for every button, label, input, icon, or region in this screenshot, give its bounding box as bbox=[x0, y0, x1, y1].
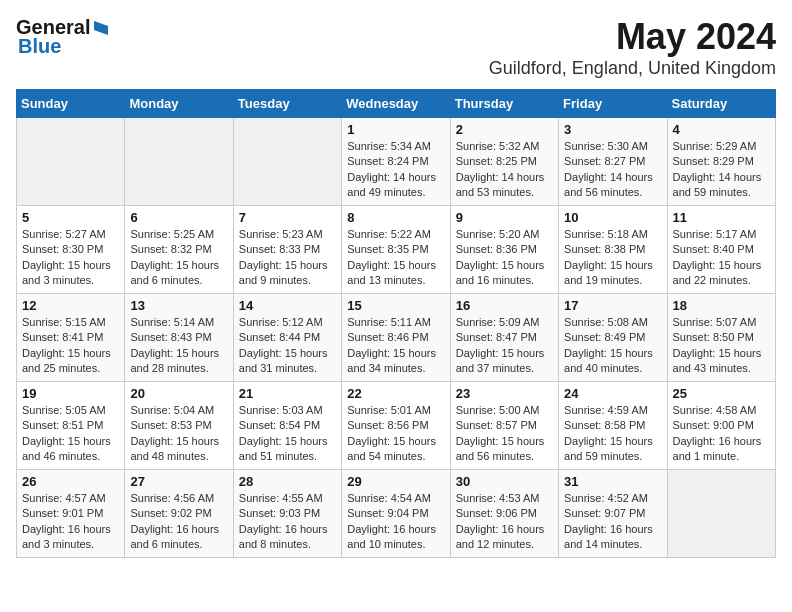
calendar-cell: 7Sunrise: 5:23 AMSunset: 8:33 PMDaylight… bbox=[233, 206, 341, 294]
day-number: 3 bbox=[564, 122, 661, 137]
day-number: 22 bbox=[347, 386, 444, 401]
day-number: 20 bbox=[130, 386, 227, 401]
day-info: Sunrise: 5:14 AMSunset: 8:43 PMDaylight:… bbox=[130, 315, 227, 377]
day-number: 27 bbox=[130, 474, 227, 489]
calendar-cell: 14Sunrise: 5:12 AMSunset: 8:44 PMDayligh… bbox=[233, 294, 341, 382]
day-number: 12 bbox=[22, 298, 119, 313]
day-number: 9 bbox=[456, 210, 553, 225]
header-tuesday: Tuesday bbox=[233, 90, 341, 118]
calendar-cell: 22Sunrise: 5:01 AMSunset: 8:56 PMDayligh… bbox=[342, 382, 450, 470]
day-info: Sunrise: 5:22 AMSunset: 8:35 PMDaylight:… bbox=[347, 227, 444, 289]
day-info: Sunrise: 5:07 AMSunset: 8:50 PMDaylight:… bbox=[673, 315, 770, 377]
day-number: 1 bbox=[347, 122, 444, 137]
day-info: Sunrise: 5:18 AMSunset: 8:38 PMDaylight:… bbox=[564, 227, 661, 289]
day-number: 19 bbox=[22, 386, 119, 401]
svg-marker-0 bbox=[94, 21, 108, 35]
week-row-1: 5Sunrise: 5:27 AMSunset: 8:30 PMDaylight… bbox=[17, 206, 776, 294]
day-info: Sunrise: 4:59 AMSunset: 8:58 PMDaylight:… bbox=[564, 403, 661, 465]
calendar-cell: 4Sunrise: 5:29 AMSunset: 8:29 PMDaylight… bbox=[667, 118, 775, 206]
day-number: 6 bbox=[130, 210, 227, 225]
day-number: 16 bbox=[456, 298, 553, 313]
calendar-cell: 3Sunrise: 5:30 AMSunset: 8:27 PMDaylight… bbox=[559, 118, 667, 206]
day-number: 21 bbox=[239, 386, 336, 401]
calendar-cell: 12Sunrise: 5:15 AMSunset: 8:41 PMDayligh… bbox=[17, 294, 125, 382]
day-info: Sunrise: 5:05 AMSunset: 8:51 PMDaylight:… bbox=[22, 403, 119, 465]
week-row-2: 12Sunrise: 5:15 AMSunset: 8:41 PMDayligh… bbox=[17, 294, 776, 382]
header-friday: Friday bbox=[559, 90, 667, 118]
calendar-cell: 15Sunrise: 5:11 AMSunset: 8:46 PMDayligh… bbox=[342, 294, 450, 382]
calendar-cell: 9Sunrise: 5:20 AMSunset: 8:36 PMDaylight… bbox=[450, 206, 558, 294]
day-info: Sunrise: 4:54 AMSunset: 9:04 PMDaylight:… bbox=[347, 491, 444, 553]
calendar-cell: 5Sunrise: 5:27 AMSunset: 8:30 PMDaylight… bbox=[17, 206, 125, 294]
calendar-cell: 6Sunrise: 5:25 AMSunset: 8:32 PMDaylight… bbox=[125, 206, 233, 294]
calendar-cell bbox=[125, 118, 233, 206]
header-sunday: Sunday bbox=[17, 90, 125, 118]
day-number: 13 bbox=[130, 298, 227, 313]
day-info: Sunrise: 5:12 AMSunset: 8:44 PMDaylight:… bbox=[239, 315, 336, 377]
week-row-0: 1Sunrise: 5:34 AMSunset: 8:24 PMDaylight… bbox=[17, 118, 776, 206]
day-number: 31 bbox=[564, 474, 661, 489]
day-number: 29 bbox=[347, 474, 444, 489]
calendar-cell: 20Sunrise: 5:04 AMSunset: 8:53 PMDayligh… bbox=[125, 382, 233, 470]
day-info: Sunrise: 5:00 AMSunset: 8:57 PMDaylight:… bbox=[456, 403, 553, 465]
day-number: 10 bbox=[564, 210, 661, 225]
calendar-cell bbox=[17, 118, 125, 206]
day-number: 28 bbox=[239, 474, 336, 489]
day-info: Sunrise: 4:57 AMSunset: 9:01 PMDaylight:… bbox=[22, 491, 119, 553]
calendar-cell: 24Sunrise: 4:59 AMSunset: 8:58 PMDayligh… bbox=[559, 382, 667, 470]
day-info: Sunrise: 5:04 AMSunset: 8:53 PMDaylight:… bbox=[130, 403, 227, 465]
day-number: 24 bbox=[564, 386, 661, 401]
day-number: 26 bbox=[22, 474, 119, 489]
header-wednesday: Wednesday bbox=[342, 90, 450, 118]
day-number: 7 bbox=[239, 210, 336, 225]
header-row: SundayMondayTuesdayWednesdayThursdayFrid… bbox=[17, 90, 776, 118]
day-info: Sunrise: 4:56 AMSunset: 9:02 PMDaylight:… bbox=[130, 491, 227, 553]
calendar-table: SundayMondayTuesdayWednesdayThursdayFrid… bbox=[16, 89, 776, 558]
day-info: Sunrise: 5:23 AMSunset: 8:33 PMDaylight:… bbox=[239, 227, 336, 289]
logo-icon bbox=[92, 19, 110, 37]
calendar-cell: 19Sunrise: 5:05 AMSunset: 8:51 PMDayligh… bbox=[17, 382, 125, 470]
day-info: Sunrise: 5:20 AMSunset: 8:36 PMDaylight:… bbox=[456, 227, 553, 289]
header-monday: Monday bbox=[125, 90, 233, 118]
day-info: Sunrise: 5:17 AMSunset: 8:40 PMDaylight:… bbox=[673, 227, 770, 289]
day-number: 25 bbox=[673, 386, 770, 401]
calendar-cell: 27Sunrise: 4:56 AMSunset: 9:02 PMDayligh… bbox=[125, 470, 233, 558]
day-number: 15 bbox=[347, 298, 444, 313]
calendar-cell: 16Sunrise: 5:09 AMSunset: 8:47 PMDayligh… bbox=[450, 294, 558, 382]
day-info: Sunrise: 5:08 AMSunset: 8:49 PMDaylight:… bbox=[564, 315, 661, 377]
page-header: General Blue May 2024 Guildford, England… bbox=[16, 16, 776, 79]
day-info: Sunrise: 5:32 AMSunset: 8:25 PMDaylight:… bbox=[456, 139, 553, 201]
header-saturday: Saturday bbox=[667, 90, 775, 118]
calendar-cell: 1Sunrise: 5:34 AMSunset: 8:24 PMDaylight… bbox=[342, 118, 450, 206]
calendar-cell: 10Sunrise: 5:18 AMSunset: 8:38 PMDayligh… bbox=[559, 206, 667, 294]
header-thursday: Thursday bbox=[450, 90, 558, 118]
logo: General Blue bbox=[16, 16, 110, 58]
title-area: May 2024 Guildford, England, United King… bbox=[489, 16, 776, 79]
day-info: Sunrise: 5:34 AMSunset: 8:24 PMDaylight:… bbox=[347, 139, 444, 201]
day-number: 23 bbox=[456, 386, 553, 401]
week-row-3: 19Sunrise: 5:05 AMSunset: 8:51 PMDayligh… bbox=[17, 382, 776, 470]
calendar-cell: 30Sunrise: 4:53 AMSunset: 9:06 PMDayligh… bbox=[450, 470, 558, 558]
calendar-cell: 13Sunrise: 5:14 AMSunset: 8:43 PMDayligh… bbox=[125, 294, 233, 382]
day-info: Sunrise: 4:52 AMSunset: 9:07 PMDaylight:… bbox=[564, 491, 661, 553]
day-info: Sunrise: 5:30 AMSunset: 8:27 PMDaylight:… bbox=[564, 139, 661, 201]
day-number: 2 bbox=[456, 122, 553, 137]
day-number: 18 bbox=[673, 298, 770, 313]
calendar-cell: 23Sunrise: 5:00 AMSunset: 8:57 PMDayligh… bbox=[450, 382, 558, 470]
calendar-cell: 17Sunrise: 5:08 AMSunset: 8:49 PMDayligh… bbox=[559, 294, 667, 382]
calendar-cell: 28Sunrise: 4:55 AMSunset: 9:03 PMDayligh… bbox=[233, 470, 341, 558]
day-number: 14 bbox=[239, 298, 336, 313]
day-number: 30 bbox=[456, 474, 553, 489]
day-info: Sunrise: 5:29 AMSunset: 8:29 PMDaylight:… bbox=[673, 139, 770, 201]
day-info: Sunrise: 5:11 AMSunset: 8:46 PMDaylight:… bbox=[347, 315, 444, 377]
calendar-cell: 26Sunrise: 4:57 AMSunset: 9:01 PMDayligh… bbox=[17, 470, 125, 558]
logo-blue: Blue bbox=[16, 35, 61, 58]
calendar-cell: 11Sunrise: 5:17 AMSunset: 8:40 PMDayligh… bbox=[667, 206, 775, 294]
calendar-cell: 21Sunrise: 5:03 AMSunset: 8:54 PMDayligh… bbox=[233, 382, 341, 470]
day-info: Sunrise: 4:58 AMSunset: 9:00 PMDaylight:… bbox=[673, 403, 770, 465]
calendar-cell: 25Sunrise: 4:58 AMSunset: 9:00 PMDayligh… bbox=[667, 382, 775, 470]
day-info: Sunrise: 5:27 AMSunset: 8:30 PMDaylight:… bbox=[22, 227, 119, 289]
calendar-title: May 2024 bbox=[489, 16, 776, 58]
calendar-cell: 18Sunrise: 5:07 AMSunset: 8:50 PMDayligh… bbox=[667, 294, 775, 382]
day-number: 5 bbox=[22, 210, 119, 225]
